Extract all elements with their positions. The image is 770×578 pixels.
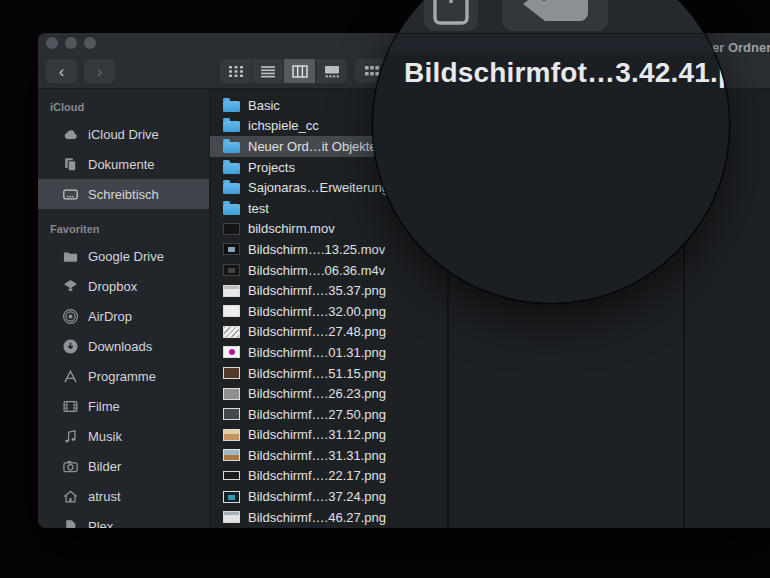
sidebar-section: iCloud iCloud Drive Dokumente Schreibtis… (38, 95, 209, 209)
view-icons-button[interactable] (220, 59, 251, 83)
cloud-icon (62, 126, 79, 143)
sidebar-item-musik[interactable]: Musik (38, 421, 209, 451)
file-name: Bildschirmf….46.27.png (248, 510, 386, 525)
file-row-bildschirmf-31-12-png[interactable]: Bildschirmf….31.12.png (210, 425, 447, 446)
folder-icon (62, 248, 79, 265)
sidebar-item-airdrop[interactable]: AirDrop (38, 301, 209, 331)
file-thumbnail (223, 305, 240, 317)
file-thumbnail (223, 429, 240, 441)
file-name: Bildschirmf….51.15.png (248, 366, 386, 381)
file-row-bildschirmf-01-31-png[interactable]: Bildschirmf….01.31.png (210, 342, 447, 363)
traffic-lights (46, 37, 96, 49)
file-row-bildschirmf-46-27-png[interactable]: Bildschirmf….46.27.png (210, 507, 447, 528)
file-thumbnail (223, 285, 240, 297)
file-row-bildschirmf-51-15-png[interactable]: Bildschirmf….51.15.png (210, 363, 447, 384)
file-row-bildschirmf-32-00-png[interactable]: Bildschirmf….32.00.png (210, 301, 447, 322)
traffic-light-zoom[interactable] (84, 37, 96, 49)
traffic-light-close[interactable] (46, 37, 58, 49)
sidebar-item-dokumente[interactable]: Dokumente (38, 149, 209, 179)
sidebar: iCloud iCloud Drive Dokumente Schreibtis… (38, 89, 210, 528)
file-name: bildschirm.mov (248, 221, 335, 236)
file-name: Neuer Ord…it Objekte (248, 139, 377, 154)
file-thumbnail (223, 264, 240, 276)
music-icon (62, 428, 79, 445)
file-row-bildschirmf-26-23-png[interactable]: Bildschirmf….26.23.png (210, 383, 447, 404)
file-row-bildschirmf-27-48-png[interactable]: Bildschirmf….27.48.png (210, 322, 447, 343)
view-columns-button[interactable] (283, 59, 315, 83)
file-row-bildschirmf-27-50-png[interactable]: Bildschirmf….27.50.png (210, 404, 447, 425)
applications-icon (62, 368, 79, 385)
dropbox-icon (62, 278, 79, 295)
back-button[interactable]: ‹ (46, 59, 77, 83)
file-name: Bildschirmf….31.31.png (248, 448, 386, 463)
camera-icon (62, 458, 79, 475)
folder-icon (223, 121, 240, 132)
file-row-bildschirmf-31-31-png[interactable]: Bildschirmf….31.31.png (210, 445, 447, 466)
view-list-button[interactable] (251, 59, 283, 83)
file-name: Bildschirm….06.36.m4v (248, 263, 385, 278)
magnified-filename: Bildschirmfot…3.42.41.p (404, 57, 729, 89)
file-name: Bildschirmf….37.24.png (248, 489, 386, 504)
document-icon (62, 518, 79, 529)
screen: ‹ › (0, 0, 770, 578)
file-name: Bildschirmf….22.17.png (248, 468, 386, 483)
tag-icon (519, 0, 591, 31)
file-name: test (248, 201, 269, 216)
sidebar-section: Favoriten Google Drive Dropbox AirDrop D… (38, 217, 209, 528)
home-icon (62, 488, 79, 505)
sidebar-section-header: iCloud (38, 95, 209, 119)
folder-icon (223, 163, 240, 174)
file-name: Sajonaras…Erweiterung (248, 180, 389, 195)
file-name: Bildschirmf….32.00.png (248, 304, 386, 319)
sidebar-section-header: Favoriten (38, 217, 209, 241)
view-gallery-button[interactable] (315, 59, 347, 83)
file-name: Projects (248, 160, 295, 175)
traffic-light-minimize[interactable] (65, 37, 77, 49)
folder-icon (223, 183, 240, 194)
share-icon (431, 0, 471, 31)
file-thumbnail (223, 223, 240, 235)
sidebar-item-downloads[interactable]: Downloads (38, 331, 209, 361)
file-name: Bildschirmf….27.48.png (248, 324, 386, 339)
sidebar-item-plex[interactable]: Plex (38, 511, 209, 528)
sidebar-item-dropbox[interactable]: Dropbox (38, 271, 209, 301)
sidebar-item-schreibtisch[interactable]: Schreibtisch (38, 179, 209, 209)
file-thumbnail (223, 243, 240, 255)
sidebar-item-atrust[interactable]: atrust (38, 481, 209, 511)
file-thumbnail (223, 388, 240, 400)
file-name: Bildschirmf….31.12.png (248, 427, 386, 442)
tag-button (502, 0, 608, 31)
file-row-bildschirm-13-25-mov[interactable]: Bildschirm….13.25.mov (210, 239, 447, 260)
file-name: Bildschirmf….01.31.png (248, 345, 386, 360)
magnified-toolbar (373, 0, 729, 34)
file-name: Bildschirm….13.25.mov (248, 242, 385, 257)
file-row-bildschirm-06-36-m4v[interactable]: Bildschirm….06.36.m4v (210, 260, 447, 281)
file-name: Basic (248, 98, 280, 113)
file-name: Bildschirmf….35.37.png (248, 283, 386, 298)
file-thumbnail (223, 326, 240, 338)
file-row-bildschirmf-22-17-png[interactable]: Bildschirmf….22.17.png (210, 466, 447, 487)
file-thumbnail (223, 491, 240, 503)
folder-icon (223, 204, 240, 215)
file-row-bildschirmf-37-24-png[interactable]: Bildschirmf….37.24.png (210, 486, 447, 507)
file-row-bildschirmf-35-37-png[interactable]: Bildschirmf….35.37.png (210, 280, 447, 301)
sidebar-item-bilder[interactable]: Bilder (38, 451, 209, 481)
sidebar-item-icloud-drive[interactable]: iCloud Drive (38, 119, 209, 149)
share-button (424, 0, 478, 31)
forward-button[interactable]: › (84, 59, 115, 83)
download-icon (62, 338, 79, 355)
sidebar-item-programme[interactable]: Programme (38, 361, 209, 391)
documents-icon (62, 156, 79, 173)
film-icon (62, 398, 79, 415)
file-thumbnail (223, 346, 240, 358)
airdrop-icon (62, 308, 79, 325)
sidebar-item-google-drive[interactable]: Google Drive (38, 241, 209, 271)
view-mode-switcher (220, 59, 347, 83)
file-thumbnail (223, 511, 240, 523)
window-title: er Ordner (712, 40, 770, 55)
file-name: ichspiele_cc (248, 118, 319, 133)
file-name: Bildschirmf….27.50.png (248, 407, 386, 422)
desktop-icon (62, 186, 79, 203)
folder-icon (223, 101, 240, 112)
sidebar-item-filme[interactable]: Filme (38, 391, 209, 421)
